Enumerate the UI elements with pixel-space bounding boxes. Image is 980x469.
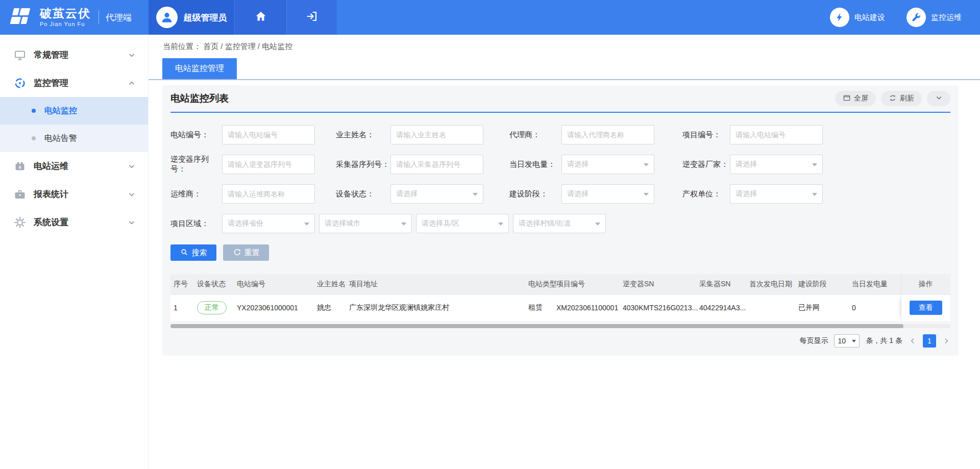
sidebar-item-label: 报表统计 (34, 188, 128, 200)
nav-label: 监控运维 (931, 13, 962, 22)
filter-daily-power: 当日发电量： 请选择 (509, 155, 654, 174)
cell-owner: 姚忠 (315, 294, 347, 321)
sidebar-item-report-statistics[interactable]: 报表统计 (0, 180, 148, 208)
filter-row: 逆变器序列号： 采集器序列号： 当日发电量： 请选择 逆变器厂家： 请选择 (170, 150, 950, 179)
sidebar-item-general-management[interactable]: 常规管理 (0, 41, 148, 69)
nav-monitoring-ops[interactable]: 监控运维 (906, 8, 962, 27)
filter-row: 项目区域： 请选择省份 请选择城市 请选择县/区 请选择村镇/街道 (170, 209, 950, 238)
table-header-row: 序号 设备状态 电站编号 业主姓名 项目地址 电站类型 项目编号 逆变器SN 采… (170, 274, 950, 294)
filter-agent: 代理商： (509, 125, 654, 144)
page-number-button[interactable]: 1 (923, 334, 936, 348)
cell-collector-sn: 40422914A3... (697, 294, 747, 321)
filter-owner-name: 业主姓名： (336, 125, 483, 144)
logo: 破茧云伏 Po Jian Yun Fu 代理端 (0, 0, 149, 35)
per-page-value: 10 (838, 337, 846, 345)
logo-icon (10, 7, 34, 28)
collector-sn-input[interactable] (390, 155, 483, 174)
view-button[interactable]: 查看 (910, 301, 942, 315)
agent-input[interactable] (561, 125, 654, 144)
filter-form: 电站编号： 业主姓名： 代理商： 项目编号： (170, 113, 950, 238)
sidebar-item-station-monitoring[interactable]: 电站监控 (0, 97, 148, 125)
region-cascader: 请选择省份 请选择城市 请选择县/区 请选择村镇/街道 (222, 214, 606, 233)
sidebar-item-monitoring-management[interactable]: 监控管理 (0, 69, 148, 97)
filter-station-no: 电站编号： (170, 125, 315, 144)
filter-inverter-maker: 逆变器厂家： 请选择 (682, 155, 823, 174)
reset-button[interactable]: 重置 (223, 244, 269, 261)
divider (99, 10, 99, 24)
device-status-select[interactable]: 请选择 (390, 184, 483, 204)
filter-row: 运维商： 设备状态： 请选择 建设阶段： 请选择 产权单位： 请选择 (170, 179, 950, 209)
sidebar: 常规管理 监控管理 电站监控 电站告警 (0, 35, 149, 469)
refresh-button[interactable]: 刷新 (881, 91, 922, 106)
county-select[interactable]: 请选择县/区 (416, 214, 509, 233)
col-inverter-sn: 逆变器SN (621, 274, 697, 294)
chevron-down-icon (128, 190, 136, 199)
town-select[interactable]: 请选择村镇/街道 (513, 214, 606, 233)
filter-label: 当日发电量： (509, 160, 561, 169)
bullet-icon (32, 136, 36, 140)
user-menu-button[interactable]: 超级管理员 (149, 0, 234, 35)
col-station-type: 电站类型 (526, 274, 554, 294)
filter-project-no: 项目编号： (682, 125, 823, 144)
daily-power-select[interactable]: 请选择 (561, 155, 654, 174)
sidebar-item-label: 系统设置 (34, 216, 128, 228)
chevron-down-icon (935, 94, 943, 103)
next-page-button[interactable] (942, 337, 950, 345)
owner-name-input[interactable] (390, 125, 483, 144)
filter-label: 电站编号： (170, 130, 222, 140)
per-page-select[interactable]: 10 (834, 334, 860, 348)
panel-title: 电站监控列表 (170, 92, 229, 105)
filter-property-owner: 产权单位： 请选择 (682, 184, 823, 204)
home-button[interactable] (234, 0, 286, 35)
logo-subtitle: Po Jian Yun Fu (40, 21, 91, 27)
filter-label: 设备状态： (336, 189, 390, 199)
prev-page-button[interactable] (909, 337, 917, 345)
total-count-label: 条，共 1 条 (866, 336, 902, 345)
inverter-maker-select[interactable]: 请选择 (730, 155, 823, 174)
refresh-label: 刷新 (900, 94, 914, 103)
province-select[interactable]: 请选择省份 (222, 214, 315, 233)
chevron-down-icon (128, 51, 136, 59)
header-spacer (337, 0, 830, 35)
property-owner-select[interactable]: 请选择 (730, 184, 823, 204)
col-daily-power: 当日发电量 (850, 274, 901, 294)
filter-device-status: 设备状态： 请选择 (336, 184, 483, 204)
logout-button[interactable] (286, 0, 337, 35)
pagination: 每页显示 10 条，共 1 条 1 (170, 334, 950, 348)
station-no-input[interactable] (222, 125, 315, 144)
main-content: 当前位置： 首页 / 监控管理 / 电站监控 电站监控管理 电站监控列表 全屏 (149, 35, 980, 469)
col-station-no: 电站编号 (235, 274, 315, 294)
sidebar-item-station-operations[interactable]: 电站运维 (0, 152, 148, 180)
search-button[interactable]: 搜索 (170, 244, 216, 261)
filter-inverter-sn: 逆变器序列号： (170, 155, 315, 174)
filter-label: 项目编号： (682, 130, 730, 140)
cell-project-no: XM2023061100001 (554, 294, 621, 321)
fullscreen-button[interactable]: 全屏 (835, 91, 876, 106)
user-name: 超级管理员 (184, 12, 227, 23)
filter-label: 代理商： (509, 130, 561, 140)
scrollbar-thumb[interactable] (170, 324, 903, 328)
filter-label: 产权单位： (682, 189, 730, 199)
col-owner: 业主姓名 (315, 274, 347, 294)
breadcrumb: 当前位置： 首页 / 监控管理 / 电站监控 (149, 35, 980, 58)
sidebar-item-station-alerts[interactable]: 电站告警 (0, 125, 148, 152)
ops-provider-input[interactable] (222, 184, 315, 204)
tab-station-monitoring-management[interactable]: 电站监控管理 (162, 58, 237, 79)
filter-label: 采集器序列号： (336, 160, 390, 169)
project-no-input[interactable] (730, 125, 823, 144)
reset-label: 重置 (244, 248, 260, 258)
filter-label: 建设阶段： (509, 189, 561, 199)
gear-icon (14, 216, 26, 229)
nav-station-construction[interactable]: 电站建设 (830, 8, 885, 27)
cell-station-no: YX2023061000001 (235, 294, 315, 321)
construction-stage-select[interactable]: 请选择 (561, 184, 654, 204)
chevron-down-icon (128, 162, 136, 170)
city-select[interactable]: 请选择城市 (319, 214, 412, 233)
sidebar-item-system-settings[interactable]: 系统设置 (0, 208, 148, 236)
filter-label: 业主姓名： (336, 130, 390, 140)
col-device-status: 设备状态 (195, 274, 235, 294)
col-stage: 建设阶段 (796, 274, 850, 294)
inverter-sn-input[interactable] (222, 155, 315, 174)
refresh-icon (889, 94, 897, 104)
collapse-panel-button[interactable] (927, 91, 950, 106)
